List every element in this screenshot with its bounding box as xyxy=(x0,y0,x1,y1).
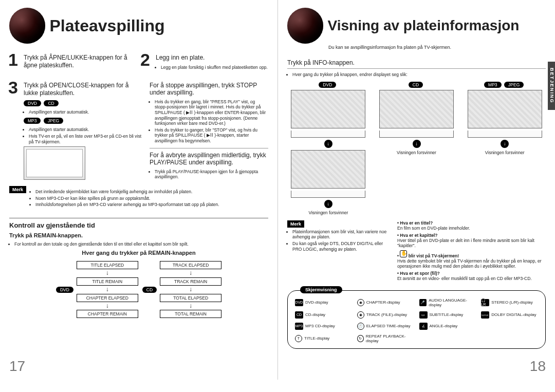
display-icon: 🎤 xyxy=(419,299,427,306)
arrow-down-icon: ↓ xyxy=(413,140,421,148)
qa-item: • Hva er et spor (fil)? Et avsnitt av en… xyxy=(397,271,546,281)
remain-box: TITLE REMAIN xyxy=(77,277,138,286)
panel-item-label: DVD-display xyxy=(305,300,328,305)
display-icon: MP3 xyxy=(295,323,303,330)
display-icon: DVD xyxy=(295,299,303,306)
step-3-head: Trykk på OPEN/CLOSE-knappen for å lukke … xyxy=(24,82,142,97)
qa-answer: Hver tittel på en DVD-plate er delt inn … xyxy=(397,238,534,248)
remain-box: TOTAL REMAIN xyxy=(160,310,221,318)
stop-bullet-2: Hvis du trykker to ganger, blir "STOP" v… xyxy=(155,127,268,144)
qa-answer: Et avsnitt av en video- eller musikkfil … xyxy=(397,276,532,281)
display-icon: 🎧 LR xyxy=(481,299,489,306)
merk-badge: Merk xyxy=(287,220,304,228)
merk-note-2: Du kan også velge DTS, DOLBY DIGITAL ell… xyxy=(292,241,390,252)
tv-bar xyxy=(379,130,454,138)
display-icon: ↻ xyxy=(357,335,364,342)
panel-item-label: TRACK (FILE)-display xyxy=(366,312,407,317)
arrow-down-icon: ↓ xyxy=(106,304,109,309)
step-number: 3 xyxy=(8,79,18,96)
qa-answer: En film som en DVD-plate inneholder. xyxy=(397,226,470,231)
panel-item: DVDDVD-display xyxy=(295,298,352,307)
col-dvd: DVD ↓ ↓ Visningen forsvinner xyxy=(287,82,369,215)
remain-box: TOTAL ELAPSED xyxy=(160,294,221,302)
page-number: 18 xyxy=(530,358,546,375)
remain-note: For kontroll av den totale og den gjenst… xyxy=(14,241,268,247)
tv-frame xyxy=(291,90,365,128)
pill-dvd: DVD xyxy=(24,100,41,106)
tv-frame xyxy=(379,90,454,128)
panel-item-label: ELAPSED TIME-display xyxy=(366,324,411,328)
subtitle: Du kan se avspillingsinformasjon fra pla… xyxy=(328,45,546,50)
arrow-down-icon: ↓ xyxy=(501,140,509,148)
step-1: 1 Trykk på ÅPNE/LUKKE-knappen for å åpne… xyxy=(9,54,136,71)
pause-bullet: Trykk på PLAY/PAUSE-knappen igjen for å … xyxy=(155,169,268,180)
note-auto-b1: Avspillingen starter automatisk. xyxy=(29,127,142,133)
pill-cd: CD xyxy=(409,82,423,88)
tv-bar xyxy=(468,130,542,138)
remain-box: TRACK ELAPSED xyxy=(160,261,221,269)
panel-item xyxy=(419,334,476,343)
page-title-left: Plateavspilling xyxy=(50,16,165,35)
panel-item-label: AUDIO LANGUAGE-display xyxy=(429,298,476,307)
pill-dvd: DVD xyxy=(319,82,336,88)
panel-item: CDCD-display xyxy=(295,311,352,319)
panel-item xyxy=(481,323,538,330)
arrow-down-icon: ↓ xyxy=(324,140,332,148)
page-title-right: Visning av plateinformasjon xyxy=(328,17,520,34)
panel-item: ▭▭DOLBY DIGITAL-display xyxy=(481,311,538,319)
caption: Visningen forsvinner xyxy=(485,150,525,155)
header-left: Plateavspilling xyxy=(9,8,268,44)
stop-head: For å stoppe avspillingen, trykk STOPP u… xyxy=(150,82,268,96)
panel-item: 🕘ELAPSED TIME-display xyxy=(357,323,414,330)
panel-item: ◉TRACK (FILE)-display xyxy=(357,311,414,319)
panel-item-label: MP3 CD-display xyxy=(305,324,335,328)
tv-frame xyxy=(468,90,542,128)
col-cd: CD ↓ Visningen forsvinner xyxy=(376,82,458,215)
caption: Visningen forsvinner xyxy=(308,210,348,215)
display-icon: ▭▭ xyxy=(481,311,489,319)
side-tab: BETJENING xyxy=(548,62,555,110)
panel-item-label: REPEAT PLAYBACK-display xyxy=(366,334,414,343)
kontroll-head: Kontroll av gjenstående tid xyxy=(9,218,268,229)
panel-item: ↻REPEAT PLAYBACK-display xyxy=(357,334,414,343)
playback-controls: For å stoppe avspillingen, trykk STOPP u… xyxy=(147,82,268,181)
note-auto-a: Avspillingen starter automatisk. xyxy=(29,109,142,115)
step-1-head: Trykk på ÅPNE/LUKKE-knappen for å åpne p… xyxy=(24,54,136,69)
pill-dvd: DVD xyxy=(56,287,73,293)
panel-item: ◉CHAPTER-display xyxy=(357,298,414,307)
pill-cd: CD xyxy=(44,100,58,106)
panel-item: MP3MP3 CD-display xyxy=(295,323,352,330)
step-2-head: Legg inn en plate. xyxy=(156,54,268,62)
tv-frame xyxy=(291,150,365,189)
remain-cd-col: CD TRACK ELAPSED ↓ TRACK REMAIN ↓ TOTAL … xyxy=(142,261,221,318)
display-icon: CD xyxy=(295,311,303,319)
qa-item: • Hva er et kapittel? Hver tittel på en … xyxy=(397,233,546,248)
merk-badge: Merk xyxy=(9,186,26,193)
step-3: 3 Trykk på OPEN/CLOSE-knappen for å lukk… xyxy=(9,82,142,181)
merk-note-3: Innholdsfortegnelsen på en MP3-CD varier… xyxy=(35,202,268,208)
pill-cd: CD xyxy=(142,287,157,293)
panel-item: TTITLE-display xyxy=(295,334,352,343)
step-number: 2 xyxy=(140,51,150,68)
qa-item: • blir vist på TV-skjermen! Hvis dette s… xyxy=(397,250,546,269)
panel-item-label: STEREO (L/R)-display xyxy=(491,300,532,305)
qa-answer: Hvis dette symbolet blir vist på TV-skje… xyxy=(397,258,541,269)
merk-note-1: Det innledende skjermbildet kan være for… xyxy=(35,189,268,195)
panel-item-label: TITLE-display xyxy=(304,336,329,341)
speaker-icon xyxy=(287,8,323,44)
display-icon: ◉ xyxy=(357,311,364,319)
display-panel: Skjermvisning DVDDVD-display◉CHAPTER-dis… xyxy=(287,290,546,349)
qa-list: • Hva er en tittel? En film som en DVD-p… xyxy=(397,220,546,283)
info-note: Hver gang du trykker på knappen, endrer … xyxy=(292,72,546,78)
page-number: 17 xyxy=(9,358,25,375)
arrow-down-icon: ↓ xyxy=(324,200,332,208)
remain-box: CHAPTER REMAIN xyxy=(77,310,138,318)
col-mp3-jpeg: MP3 JPEG ↓ Visningen forsvinner xyxy=(464,82,546,215)
panel-item-label: CHAPTER-display xyxy=(366,300,400,305)
panel-item xyxy=(481,334,538,343)
panel-item: 🎤AUDIO LANGUAGE-display xyxy=(419,298,476,307)
panel-item-label: SUBTITLE-display xyxy=(430,312,464,317)
display-icon: ◉ xyxy=(357,299,364,306)
speaker-icon xyxy=(9,8,45,44)
panel-item: ∠ANGLE-display xyxy=(419,323,476,330)
